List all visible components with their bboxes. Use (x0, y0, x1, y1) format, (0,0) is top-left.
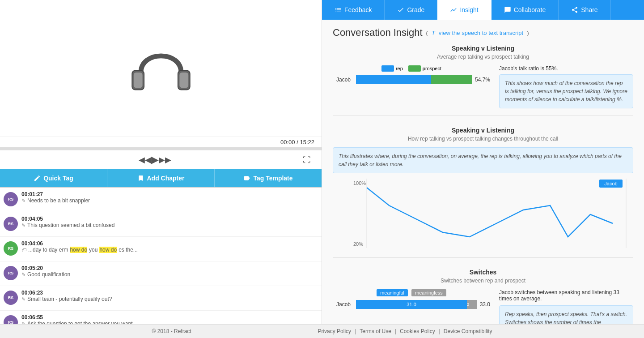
minus-button[interactable]: − (303, 275, 309, 282)
star-button[interactable]: ☆ (310, 275, 318, 282)
avatar: RS (4, 217, 18, 231)
comment-time: 00:06:55 (21, 314, 285, 321)
minus-button[interactable]: − (303, 201, 309, 208)
avatar: RS (4, 266, 18, 280)
rewind-button[interactable]: ◀◀ (139, 155, 151, 165)
add-button[interactable]: + (295, 250, 301, 257)
nav-collaborate[interactable]: Collaborate (491, 0, 559, 20)
copyright: © 2018 - Refract (152, 328, 191, 334)
section-title-2: Speaking v Listening (333, 127, 633, 134)
current-time: 00:00 (280, 139, 295, 145)
fullscreen-button[interactable]: ⛶ (303, 155, 311, 165)
prospect-bar (431, 75, 472, 84)
star-button[interactable]: ☆ (310, 299, 318, 307)
speaking-chart: Jacob 54.7% (333, 75, 490, 84)
avatar: RS (4, 192, 18, 206)
transcript-link[interactable]: view the speech to text transcript (439, 30, 523, 36)
svg-rect-3 (179, 73, 188, 88)
grade-label: Grade (407, 6, 424, 13)
app-container: 00:00 / 15:22 ◀◀ ▶ ▶▶ ⛶ Qui (0, 0, 644, 338)
line-chart-wrapper: 100% 20% Jacob (333, 179, 633, 250)
footer: © 2018 - Refract Privacy Policy | Terms … (0, 324, 644, 338)
add-button[interactable]: + (295, 299, 301, 307)
feedback-label: Feedback (344, 6, 372, 13)
table-row: RS 00:05:20 ✎ Good qualification 🔇 ☰ ✕ (0, 261, 322, 286)
list-button[interactable]: ☰ (300, 241, 307, 248)
prospect-legend-label: prospect (423, 66, 441, 71)
delete-button[interactable]: ✕ (309, 191, 318, 200)
tag-template-icon (243, 175, 250, 182)
comment-time: 00:06:23 (21, 290, 285, 296)
chart-legend: rep prospect (333, 65, 490, 72)
content-area: 00:00 / 15:22 ◀◀ ▶ ▶▶ ⛶ Qui (0, 0, 644, 324)
chat-icon (504, 6, 511, 13)
quick-tag-button[interactable]: Quick Tag (0, 169, 107, 187)
comment-text: ✎ Good qualification (21, 271, 285, 278)
play-button[interactable]: ▶ (151, 154, 159, 166)
tag-template-button[interactable]: Tag Template (215, 169, 322, 187)
minus-button[interactable]: − (303, 299, 309, 307)
chart-icon (450, 6, 457, 13)
table-row: RS 00:01:27 ✎ Needs to be a bit snappier… (0, 188, 322, 212)
terms-of-use-link[interactable]: Terms of Use (360, 328, 391, 334)
switches-chart: Jacob 31.0 2 33.0 (333, 300, 490, 309)
meaningful-badge: meaningful (377, 289, 408, 296)
mute-button[interactable]: 🔇 (288, 192, 298, 199)
info-panel-1: Jacob's talk ratio is 55%. This shows ho… (499, 65, 633, 108)
minus-button[interactable]: − (303, 226, 309, 233)
list-button[interactable]: ☰ (300, 192, 307, 199)
nav-share[interactable]: Share (559, 0, 610, 20)
add-button[interactable]: + (295, 226, 301, 233)
svg-text:Jacob: Jacob (604, 181, 617, 186)
collaborate-label: Collaborate (514, 6, 546, 13)
comment-content: 00:04:06 🏷 ...day to day erm how do you … (21, 240, 285, 253)
mute-button[interactable]: 🔇 (288, 266, 298, 273)
star-button[interactable]: ☆ (310, 250, 318, 257)
comment-text: ✎ Needs to be a bit snappier (21, 197, 285, 204)
add-button[interactable]: + (295, 201, 301, 208)
nav-insight[interactable]: Insight (437, 0, 491, 20)
nav-feedback[interactable]: Feedback (322, 0, 385, 20)
share-icon (571, 6, 578, 13)
audio-visual (0, 0, 322, 137)
delete-button[interactable]: ✕ (309, 240, 318, 249)
add-chapter-button[interactable]: Add Chapter (107, 169, 215, 187)
device-compatibility-link[interactable]: Device Compatibility (444, 328, 492, 334)
list-button[interactable]: ☰ (300, 266, 307, 273)
rep-legend-label: rep (396, 66, 403, 71)
top-nav: Feedback Grade Insight Collaborate Share (322, 0, 644, 20)
insight-label: Insight (460, 6, 478, 13)
delete-button[interactable]: ✕ (309, 265, 318, 274)
minus-button[interactable]: − (303, 250, 309, 257)
list-button[interactable]: ☰ (300, 315, 307, 322)
star-button[interactable]: ☆ (310, 226, 318, 233)
fast-forward-button[interactable]: ▶▶ (159, 155, 171, 165)
list-button[interactable]: ☰ (300, 291, 307, 298)
headphone-area (121, 15, 201, 122)
avatar: RS (4, 241, 18, 256)
bar-value: 54.7% (475, 77, 490, 83)
mute-button[interactable]: 🔇 (288, 291, 298, 298)
comment-text: ✎ Small team - potentially qualify out? (21, 296, 285, 302)
speaking-listening-section-1: Speaking v Listening Average rep talking… (333, 45, 633, 116)
privacy-policy-link[interactable]: Privacy Policy (318, 328, 351, 334)
quick-tag-icon (34, 175, 41, 182)
add-button[interactable]: + (295, 275, 301, 282)
list-button[interactable]: ☰ (300, 217, 307, 224)
delete-button[interactable]: ✕ (309, 314, 318, 323)
star-button[interactable]: ☆ (310, 201, 318, 208)
nav-grade[interactable]: Grade (385, 0, 437, 20)
mute-button[interactable]: 🔇 (288, 315, 298, 322)
share-label: Share (581, 6, 597, 13)
mute-button[interactable]: 🔇 (288, 217, 298, 224)
switches-info-panel: Jacob switches between speaking and list… (499, 289, 633, 324)
delete-button[interactable]: ✕ (309, 290, 318, 299)
chart-row-label: Jacob (333, 77, 351, 83)
cookies-policy-link[interactable]: Cookies Policy (400, 328, 435, 334)
check-icon (397, 6, 404, 13)
section-subtitle-2: How rep talking vs prospect talking chan… (333, 136, 633, 142)
delete-button[interactable]: ✕ (309, 216, 318, 225)
switches-chart-label: Jacob (333, 301, 351, 308)
mute-button[interactable]: 🔇 (288, 241, 298, 248)
list-icon (335, 6, 342, 13)
